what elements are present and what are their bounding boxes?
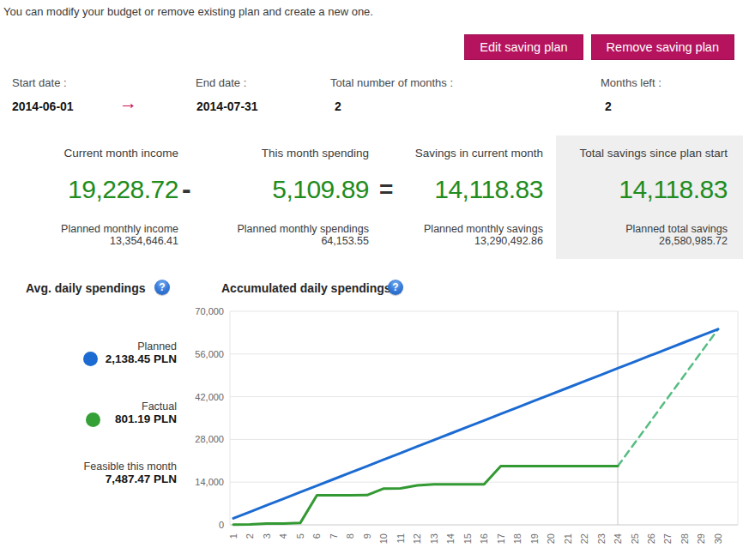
svg-text:56,000: 56,000 <box>195 349 224 359</box>
svg-text:26: 26 <box>646 533 656 544</box>
minus-operator: - <box>182 173 191 205</box>
svg-text:17: 17 <box>496 533 506 544</box>
planned-income-value: 13,354,646.41 <box>7 235 178 247</box>
spending-label: This month spending <box>197 135 369 161</box>
total-savings-label: Total savings since plan start <box>556 135 728 161</box>
accumulated-help-icon[interactable]: ? <box>388 280 403 295</box>
intro-text: You can modify your budget or remove exi… <box>3 5 373 18</box>
start-date-value: 2014-06-01 <box>12 99 74 113</box>
svg-text:4: 4 <box>278 533 288 539</box>
planned-savings-value: 13,290,492.86 <box>371 235 543 247</box>
svg-text:2: 2 <box>245 533 255 539</box>
planned-total-savings-value: 26,580,985.72 <box>556 235 728 247</box>
remove-saving-plan-button[interactable]: Remove saving plan <box>591 34 734 60</box>
svg-text:14,000: 14,000 <box>195 477 224 487</box>
svg-text:28,000: 28,000 <box>195 434 224 444</box>
svg-text:23: 23 <box>596 533 607 544</box>
summary-col-spending: This month spending 5,109.89 Planned mon… <box>197 135 369 259</box>
svg-text:29: 29 <box>696 533 706 544</box>
svg-text:14: 14 <box>445 533 456 544</box>
plan-actions: Edit saving plan Remove saving plan <box>464 34 734 60</box>
svg-text:1: 1 <box>228 533 239 539</box>
svg-text:3: 3 <box>262 533 272 539</box>
planned-spendings-label: Planned monthly spendings <box>197 223 369 235</box>
savings-label: Savings in current month <box>371 135 543 161</box>
summary-col-savings: Savings in current month 14,118.83 Plann… <box>371 135 543 259</box>
planned-income-label: Planned monthly income <box>7 223 178 235</box>
svg-text:11: 11 <box>396 533 406 543</box>
savings-value: 14,118.83 <box>371 175 543 204</box>
svg-text:19: 19 <box>529 533 540 544</box>
end-date-value: 2014-07-31 <box>196 99 258 113</box>
svg-text:6: 6 <box>311 533 322 539</box>
svg-text:8: 8 <box>345 533 355 539</box>
svg-text:10: 10 <box>378 533 389 544</box>
svg-text:42,000: 42,000 <box>195 392 224 402</box>
svg-text:30: 30 <box>713 533 723 544</box>
income-value: 19,228.72 <box>7 175 178 204</box>
svg-text:28: 28 <box>680 533 690 544</box>
svg-text:16: 16 <box>479 533 489 544</box>
svg-text:7: 7 <box>329 533 339 539</box>
svg-text:0: 0 <box>219 520 224 530</box>
summary-col-income: Current month income 19,228.72 Planned m… <box>7 135 178 259</box>
start-date-label: Start date : <box>12 76 67 89</box>
svg-text:22: 22 <box>579 533 589 544</box>
total-months-label: Total number of months : <box>330 76 453 89</box>
planned-savings-label: Planned monthly savings <box>371 223 543 235</box>
svg-text:20: 20 <box>546 533 556 544</box>
date-range-arrow-icon: → <box>119 93 137 111</box>
svg-text:13: 13 <box>429 533 439 544</box>
income-label: Current month income <box>7 135 178 161</box>
months-left-value: 2 <box>605 99 612 113</box>
accumulated-daily-spendings-title: Accumulated daily spendings <box>221 281 391 295</box>
svg-text:12: 12 <box>412 533 422 544</box>
svg-text:25: 25 <box>630 533 640 544</box>
svg-text:9: 9 <box>362 533 372 539</box>
planned-total-savings-label: Planned total savings <box>556 223 728 235</box>
svg-text:15: 15 <box>462 533 473 544</box>
planned-spendings-value: 64,153.55 <box>197 235 369 247</box>
summary-col-total-savings: Total savings since plan start 14,118.83… <box>556 135 728 259</box>
avg-daily-help-icon[interactable]: ? <box>154 280 170 295</box>
total-months-value: 2 <box>335 99 341 113</box>
months-left-label: Months left : <box>601 76 661 89</box>
spending-value: 5,109.89 <box>197 175 369 204</box>
svg-text:21: 21 <box>563 533 573 544</box>
svg-text:70,000: 70,000 <box>195 306 224 316</box>
accumulated-spendings-chart: 014,00028,00042,00056,00070,000123456789… <box>0 300 749 560</box>
budget-plan-page: You can modify your budget or remove exi… <box>0 0 749 560</box>
end-date-label: End date : <box>196 76 246 89</box>
total-savings-value: 14,118.83 <box>556 175 728 204</box>
svg-text:27: 27 <box>662 533 673 544</box>
edit-saving-plan-button[interactable]: Edit saving plan <box>464 34 583 60</box>
svg-text:24: 24 <box>613 533 623 544</box>
avg-daily-spendings-title: Avg. daily spendings <box>26 281 146 295</box>
svg-text:5: 5 <box>295 533 305 539</box>
svg-text:18: 18 <box>512 533 522 544</box>
